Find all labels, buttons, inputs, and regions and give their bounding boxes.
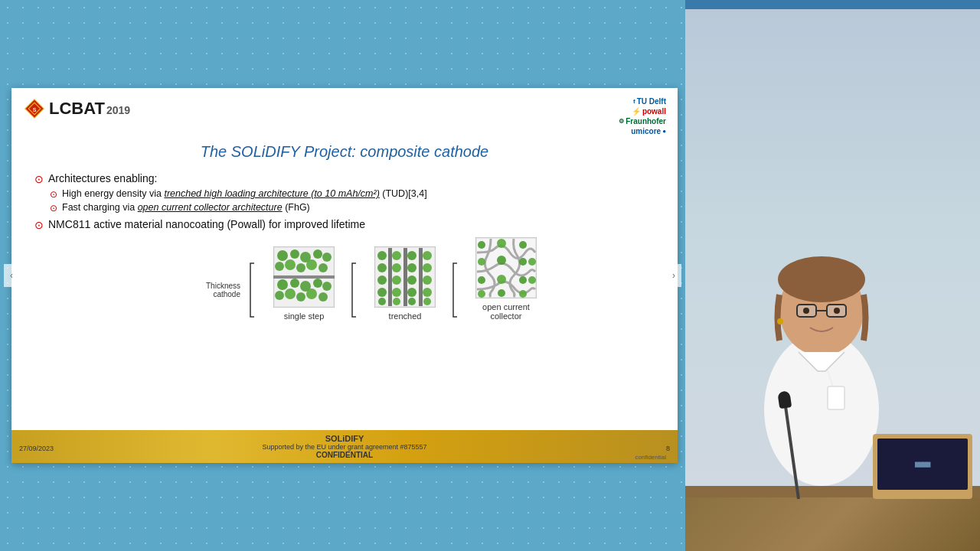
open-current-bracket-icon [451,259,460,321]
svg-point-18 [277,279,288,290]
diagram-label-trenched: trenched [389,311,422,321]
svg-point-64 [519,276,527,284]
diagram-single-step: single step [273,246,335,321]
svg-point-68 [519,290,527,298]
svg-point-51 [423,288,432,297]
top-bar [685,0,980,9]
svg-point-48 [423,251,432,260]
svg-point-25 [296,292,305,302]
svg-point-45 [407,276,416,285]
footer-confidential: CONFIDENTIAL [316,451,373,459]
bracket-container: Thickness cathode [206,259,258,321]
svg-point-36 [377,288,387,297]
svg-point-49 [423,263,432,272]
nav-arrow-right[interactable]: › [666,264,681,287]
laptop-screen-text: ▇▇▇▇ [915,461,930,468]
svg-point-14 [296,263,305,272]
svg-rect-32 [419,248,423,306]
bullet-nmc811: ⊙ NMC811 active material nanocoating (Po… [34,218,662,231]
svg-point-26 [306,289,317,299]
svg-point-62 [478,276,485,284]
svg-point-52 [423,298,431,305]
svg-point-33 [377,251,387,260]
svg-point-35 [377,276,387,285]
svg-point-67 [498,289,505,297]
svg-point-19 [290,279,299,288]
footer-solidify: SOLiDIFY [325,434,364,443]
svg-rect-30 [388,248,392,306]
svg-point-12 [275,262,284,271]
left-arrow-icon: ‹ [10,270,13,281]
svg-point-10 [313,249,322,259]
svg-point-43 [407,251,416,260]
svg-point-40 [392,276,401,285]
svg-rect-17 [273,276,335,279]
diagram-label-open-current: open currentcollector [482,302,530,321]
svg-point-44 [407,263,416,272]
svg-point-42 [393,298,400,305]
laptop-screen: ▇▇▇▇ [877,439,968,490]
svg-point-37 [378,298,386,305]
lcbat-logo: S LCBAT 2019 [23,97,130,120]
svg-point-15 [306,259,317,270]
slide-area: ‹ S LCBAT 2019 [0,0,685,551]
svg-point-55 [478,241,485,249]
bullet-icon-sub-2: ⊙ [50,203,57,214]
single-step-icon [273,246,335,308]
bullet-main-2: ⊙ NMC811 active material nanocoating (Po… [34,218,662,231]
svg-point-78 [777,318,783,324]
diagram-trenched: trenched [374,246,436,321]
svg-point-61 [519,258,527,266]
svg-point-34 [377,263,387,272]
bullet-icon-1: ⊙ [34,173,44,185]
bullet-main-1: ⊙ Architectures enabling: [34,172,662,185]
bullet-icon-sub-1: ⊙ [50,189,57,200]
svg-point-41 [392,288,401,297]
svg-point-77 [834,308,840,314]
open-current-bracket-container [451,259,460,321]
partner-logos: f TU Delft ⚡ powall ⚙ Fraunhofer umicore… [619,97,666,135]
svg-point-27 [318,292,328,302]
footer-date: 27/09/2023 [19,445,54,452]
partner-powall: ⚡ powall [632,107,666,116]
svg-point-16 [318,263,328,272]
svg-point-22 [322,282,332,291]
svg-point-21 [313,279,322,288]
svg-point-72 [778,256,865,302]
slide-container: S LCBAT 2019 f TU Delft [11,88,678,463]
diagram-open-current: open currentcollector [475,237,537,321]
open-current-collector-icon [475,237,537,298]
slide-header: S LCBAT 2019 f TU Delft [11,88,678,139]
partner-tudelft: f TU Delft [633,97,666,106]
footer-watermark: confidential [635,454,666,461]
svg-point-56 [497,239,506,248]
bullet-sub-2: ⊙ Fast charging via open current collect… [50,202,662,214]
svg-point-46 [407,288,416,297]
svg-point-57 [519,241,527,249]
main-layout: ‹ S LCBAT 2019 [0,0,980,551]
svg-point-50 [423,276,432,285]
svg-point-13 [285,259,296,270]
footer-page-number: 8 [666,445,670,452]
svg-point-47 [408,298,416,305]
footer-support: Supported by the EU under grant agreemen… [262,443,426,451]
nav-arrow-left[interactable]: ‹ [4,264,19,287]
svg-point-38 [392,251,401,260]
slide-title: The SOLiDIFY Project: composite cathode [27,143,662,161]
bracket-labels: Thickness cathode [206,282,240,298]
svg-point-7 [277,250,288,261]
svg-point-39 [392,263,401,272]
svg-point-11 [322,253,332,262]
svg-point-58 [528,258,536,266]
bottom-bar [685,497,980,551]
bullet-sub-1: ⊙ High energy density via trenched high … [50,188,662,200]
svg-point-63 [497,275,506,284]
logo-text: LCBAT [49,99,105,119]
right-arrow-icon: › [672,270,675,281]
partner-fraunhofer: ⚙ Fraunhofer [619,117,666,126]
svg-point-76 [803,308,809,314]
svg-rect-31 [403,248,407,306]
logo-year: 2019 [106,104,130,116]
slide-content: ⊙ Architectures enabling: ⊙ High energy … [11,168,678,328]
partner-umicore: umicore ● [631,127,666,135]
